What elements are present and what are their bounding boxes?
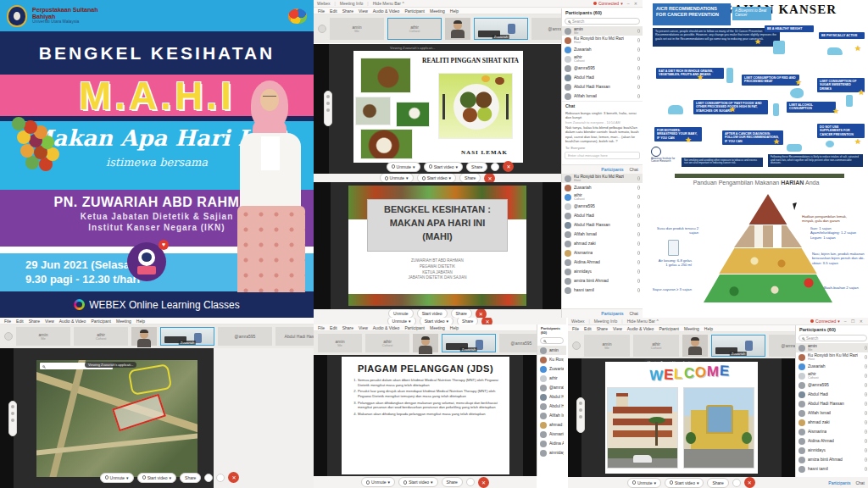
participant-row[interactable]: Afifah Ismail	[562, 92, 643, 101]
menu-item[interactable]: View	[613, 326, 622, 331]
participant-row[interactable]: Afifah Ismail	[796, 408, 868, 418]
participant-row[interactable]: Aidina Ahmad	[562, 258, 643, 267]
menu-item[interactable]: Help	[704, 326, 713, 331]
reactions-button[interactable]	[491, 163, 499, 171]
chat-tab[interactable]: Chat	[629, 167, 638, 172]
leave-meeting-button[interactable]: ✕	[228, 472, 239, 483]
menu-item[interactable]: Edit	[584, 326, 592, 331]
menu-item[interactable]: Edit	[16, 319, 24, 324]
share-button[interactable]: Share	[707, 478, 728, 488]
participants-tab[interactable]: Participants	[601, 167, 623, 172]
participant-row[interactable]: Aidina Ahmad	[537, 439, 566, 448]
menu-item[interactable]: Meeting	[116, 319, 131, 324]
menu-item[interactable]: Participant	[404, 325, 425, 330]
hide-menu-link[interactable]: Hide Menu Bar ^	[627, 319, 659, 324]
participant-row[interactable]: Zuwariah	[796, 362, 868, 371]
participant-row[interactable]: ahmad zaki	[562, 239, 643, 248]
menu-item[interactable]: Participant	[404, 8, 425, 14]
participant-row[interactable]: @amra595	[562, 202, 643, 211]
active-speaker-video[interactable]: Zuwariah	[442, 334, 496, 352]
leave-meeting-button[interactable]: ✕	[478, 477, 489, 488]
participant-row[interactable]: Aidina Ahmad	[796, 436, 868, 446]
video-tile[interactable]: athirCohost	[365, 334, 409, 352]
search-input[interactable]: Search	[565, 18, 640, 25]
menu-item[interactable]: Audio & Video	[627, 326, 654, 331]
start-video-button[interactable]: Start video ▾	[137, 473, 176, 483]
share-button[interactable]: Share	[466, 162, 487, 172]
chat-tab[interactable]: Chat	[855, 480, 865, 485]
participant-row[interactable]: amin	[537, 346, 566, 355]
active-speaker-video[interactable]: Zuwariah	[160, 327, 214, 346]
reactions-button[interactable]	[466, 478, 475, 486]
participant-row[interactable]: Ku Rosyidi bin Ku Md RaziHost	[796, 352, 868, 362]
participant-row[interactable]: Zuwariah	[562, 45, 643, 54]
leave-meeting-button[interactable]: ✕	[744, 477, 755, 488]
participant-row[interactable]: Abdul Hadi	[562, 211, 643, 220]
participant-row[interactable]: athirCohost	[796, 371, 868, 380]
participant-row[interactable]: Ku Rosyidi bin Ku Md Razi	[537, 355, 566, 364]
participant-row[interactable]: @amra595	[562, 64, 643, 73]
video-tile[interactable]: athirCohost	[74, 327, 128, 346]
menu-item[interactable]: View	[359, 8, 368, 14]
unmute-button[interactable]: Unmute ▾	[100, 473, 134, 483]
participant-row[interactable]: Abdul Hadi	[562, 73, 643, 82]
menu-item[interactable]: File	[4, 319, 11, 324]
participant-row[interactable]: Zuwariah	[562, 183, 643, 192]
participant-row[interactable]: ahmad zaki	[537, 420, 566, 430]
participants-tab[interactable]: Participants	[601, 311, 623, 316]
participant-camera-photo[interactable]	[682, 335, 708, 357]
video-tile[interactable]: aminMe	[584, 335, 630, 357]
participants-tab[interactable]: Participants	[828, 480, 850, 485]
menu-item[interactable]: File	[318, 325, 325, 330]
video-tile[interactable]: athirCohost	[387, 18, 442, 40]
leave-meeting-button[interactable]: ✕	[503, 161, 514, 172]
active-speaker-video[interactable]: Zuwariah	[474, 18, 528, 40]
start-video-button[interactable]: Start video ▾	[424, 162, 463, 172]
participant-row[interactable]: Aismarina	[796, 427, 868, 436]
leave-meeting-button[interactable]: ✕	[481, 318, 492, 324]
participant-row[interactable]: Zuwariah	[537, 364, 566, 374]
participant-row[interactable]: ahmad zaki	[796, 418, 868, 427]
chat-input[interactable]: Enter chat message here	[565, 152, 640, 159]
share-button[interactable]: Share	[451, 309, 472, 318]
floating-toolbar[interactable]	[324, 91, 332, 126]
unmute-button[interactable]: Unmute ▾	[627, 478, 661, 488]
participant-row[interactable]: Abdul Hadi	[796, 390, 868, 399]
menu-item[interactable]: Meeting	[430, 325, 445, 330]
menu-item[interactable]: Meeting	[684, 326, 699, 331]
participant-row[interactable]: Abdul Hadi Hassan	[537, 402, 566, 411]
participant-row[interactable]: Ku Rosyidi bin Ku Md RaziHost	[562, 174, 643, 183]
participant-row[interactable]: athirCohost	[562, 192, 643, 202]
participant-row[interactable]: ainnidayu	[537, 448, 566, 458]
participant-row[interactable]: @amra595	[796, 380, 868, 390]
menu-item[interactable]: Audio & Video	[373, 325, 400, 330]
search-input[interactable]: Search	[798, 335, 867, 341]
menu-item[interactable]: Edit	[330, 325, 337, 330]
chat-header[interactable]: Chat	[562, 101, 643, 110]
start-video-button[interactable]: Start video	[417, 309, 448, 318]
menu-item[interactable]: Share	[342, 325, 353, 330]
menu-item[interactable]: Meeting	[430, 8, 445, 14]
menu-item[interactable]: Help	[450, 8, 459, 14]
menu-item[interactable]: Audio & Video	[373, 8, 400, 14]
window-controls[interactable]: – ✕	[627, 1, 639, 6]
participant-row[interactable]: hasni tamil	[562, 286, 643, 295]
leave-meeting-button[interactable]: ✕	[476, 309, 487, 318]
unmute-button[interactable]: Unmute	[388, 309, 414, 318]
participant-row[interactable]: aminMe	[562, 26, 643, 36]
menu-item[interactable]: Share	[342, 8, 353, 14]
menu-item[interactable]: View	[45, 319, 54, 324]
participant-camera-photo[interactable]	[445, 18, 470, 40]
video-tile[interactable]: aminMe	[16, 327, 70, 346]
menu-item[interactable]: Participant	[659, 326, 679, 331]
floating-toolbar[interactable]	[576, 397, 585, 433]
menu-item[interactable]: Audio & Video	[59, 319, 86, 324]
window-controls[interactable]: – ☐ ✕	[844, 319, 865, 324]
participant-row[interactable]: Abdul Hadi	[537, 392, 566, 402]
participant-row[interactable]: ainnidayu	[562, 267, 643, 276]
participant-row[interactable]: athir	[537, 374, 566, 383]
menu-item[interactable]: Share	[597, 326, 608, 331]
more-options-button[interactable]	[216, 474, 225, 482]
video-tile[interactable]: aminMe	[318, 334, 362, 352]
hide-menu-link[interactable]: Hide Menu Bar ^	[373, 1, 404, 6]
